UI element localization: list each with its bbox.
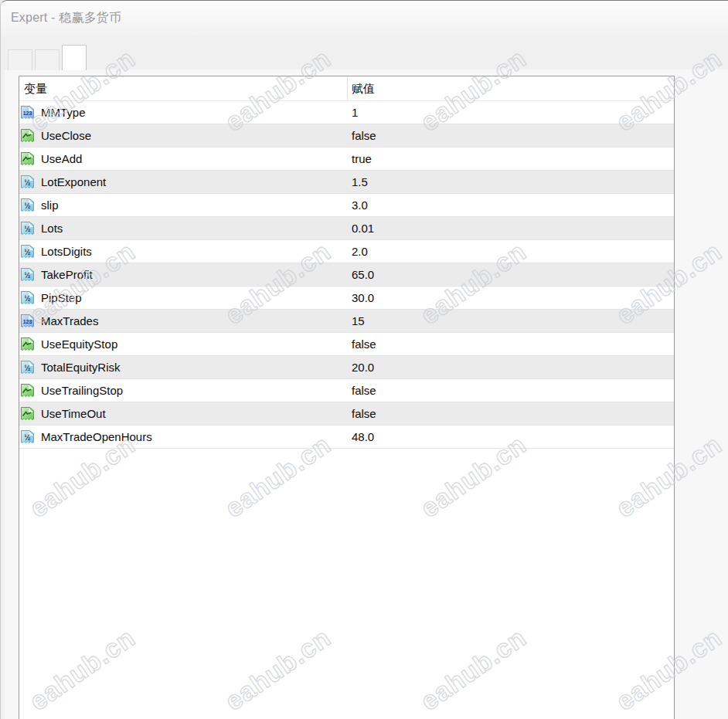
param-row-PipStep[interactable]: ½ PipStep 30.0 bbox=[19, 287, 674, 310]
parameter-name: TakeProfit bbox=[41, 268, 93, 281]
icon-glyph: 123 bbox=[21, 106, 34, 119]
param-row-UseTrailingStop[interactable]: UseTrailingStop false bbox=[19, 379, 674, 402]
double-parameter-icon: ½ bbox=[21, 361, 34, 374]
parameter-value[interactable]: false bbox=[352, 402, 376, 425]
parameter-name: MaxTrades bbox=[41, 314, 98, 327]
param-row-LotsDigits[interactable]: ½ LotsDigits 2.0 bbox=[19, 240, 674, 263]
parameter-value[interactable]: false bbox=[352, 124, 376, 147]
param-row-MMType[interactable]: 123 MMType 1 bbox=[19, 101, 674, 124]
bool-parameter-icon bbox=[21, 337, 34, 351]
parameter-value[interactable]: true bbox=[352, 148, 372, 170]
double-parameter-icon: ½ bbox=[21, 175, 34, 188]
parameter-value[interactable]: 1.5 bbox=[352, 171, 368, 193]
inputs-tab-page: 变量 赋值 123 MMType 1 bbox=[5, 70, 728, 719]
parameter-name: UseTrailingStop bbox=[41, 384, 123, 397]
double-parameter-icon: ½ bbox=[21, 198, 34, 212]
param-row-TotalEquityRisk[interactable]: ½ TotalEquityRisk 20.0 bbox=[19, 356, 674, 379]
parameter-name: UseAdd bbox=[41, 152, 82, 165]
double-parameter-icon: ½ bbox=[21, 291, 34, 304]
icon-glyph: ½ bbox=[21, 198, 34, 212]
chart-line-glyph bbox=[22, 132, 32, 139]
column-header-value: 赋值 bbox=[352, 76, 375, 100]
bool-parameter-icon bbox=[21, 384, 34, 397]
int-parameter-icon: 123 bbox=[21, 106, 34, 119]
parameter-value[interactable]: 15 bbox=[352, 310, 365, 332]
parameter-value[interactable]: 30.0 bbox=[352, 287, 374, 309]
param-row-MaxTradeOpenHours[interactable]: ½ MaxTradeOpenHours 48.0 bbox=[19, 426, 674, 449]
parameter-value[interactable]: 1 bbox=[352, 101, 358, 124]
parameter-name: TotalEquityRisk bbox=[41, 361, 121, 374]
icon-glyph: ½ bbox=[21, 361, 34, 374]
parameter-value[interactable]: false bbox=[352, 333, 376, 355]
chart-line-glyph bbox=[22, 410, 32, 417]
table-header: 变量 赋值 bbox=[19, 76, 674, 101]
parameter-name: UseTimeOut bbox=[41, 407, 106, 420]
expert-dialog: Expert - 稳赢多货币 变量 赋值 bbox=[0, 0, 728, 719]
double-parameter-icon: ½ bbox=[21, 430, 34, 443]
param-row-MaxTrades[interactable]: 123 MaxTrades 15 bbox=[19, 310, 674, 333]
window-title: Expert - 稳赢多货币 bbox=[11, 10, 121, 26]
param-row-UseClose[interactable]: UseClose false bbox=[19, 124, 674, 148]
parameter-value[interactable]: 2.0 bbox=[352, 240, 368, 263]
title-bar: Expert - 稳赢多货币 bbox=[1, 1, 728, 36]
icon-glyph: ½ bbox=[21, 245, 34, 258]
parameter-name: Lots bbox=[41, 222, 63, 235]
chart-line-glyph bbox=[22, 155, 32, 162]
icon-glyph: ½ bbox=[21, 268, 34, 281]
icon-glyph: ½ bbox=[21, 430, 34, 443]
chart-line-glyph bbox=[22, 387, 32, 394]
icon-glyph: ½ bbox=[21, 175, 34, 188]
parameter-value[interactable]: 0.01 bbox=[352, 217, 374, 239]
param-row-LotExponent[interactable]: ½ LotExponent 1.5 bbox=[19, 171, 674, 194]
tab-about[interactable] bbox=[8, 49, 32, 70]
double-parameter-icon: ½ bbox=[21, 245, 34, 258]
param-row-slip[interactable]: ½ slip 3.0 bbox=[19, 194, 674, 217]
parameters-table: 变量 赋值 123 MMType 1 bbox=[19, 76, 675, 719]
param-row-UseTimeOut[interactable]: UseTimeOut false bbox=[19, 402, 674, 426]
parameter-name: LotExponent bbox=[41, 175, 106, 188]
param-row-UseAdd[interactable]: UseAdd true bbox=[19, 148, 674, 171]
bool-parameter-icon bbox=[21, 129, 34, 142]
parameter-value[interactable]: 20.0 bbox=[352, 356, 374, 378]
parameter-name: slip bbox=[41, 198, 59, 212]
tab-strip bbox=[8, 45, 89, 70]
param-row-TakeProfit[interactable]: ½ TakeProfit 65.0 bbox=[19, 263, 674, 287]
double-parameter-icon: ½ bbox=[21, 222, 34, 235]
parameter-name: MMType bbox=[41, 106, 86, 119]
parameter-name: MaxTradeOpenHours bbox=[41, 430, 152, 443]
icon-glyph: ½ bbox=[21, 222, 34, 235]
param-row-UseEquityStop[interactable]: UseEquityStop false bbox=[19, 333, 674, 356]
parameter-name: PipStep bbox=[41, 291, 82, 304]
bool-parameter-icon bbox=[21, 407, 34, 420]
parameter-name: UseClose bbox=[41, 129, 91, 142]
parameter-name: LotsDigits bbox=[41, 245, 92, 258]
tab-inputs[interactable] bbox=[62, 45, 87, 70]
bool-parameter-icon bbox=[21, 152, 34, 165]
parameter-name: UseEquityStop bbox=[41, 337, 117, 351]
int-parameter-icon: 123 bbox=[21, 314, 34, 327]
parameter-value[interactable]: 65.0 bbox=[352, 263, 374, 286]
double-parameter-icon: ½ bbox=[21, 268, 34, 281]
icon-glyph: 123 bbox=[21, 314, 34, 327]
param-row-Lots[interactable]: ½ Lots 0.01 bbox=[19, 217, 674, 240]
parameter-value[interactable]: 3.0 bbox=[352, 194, 368, 216]
column-header-variable: 变量 bbox=[24, 76, 47, 100]
parameter-value[interactable]: false bbox=[352, 379, 376, 402]
chart-line-glyph bbox=[22, 341, 32, 348]
icon-glyph: ½ bbox=[21, 291, 34, 304]
parameter-rows: 123 MMType 1 UseClose fal bbox=[19, 101, 674, 449]
tab-common[interactable] bbox=[35, 49, 60, 70]
parameter-value[interactable]: 48.0 bbox=[352, 426, 374, 448]
